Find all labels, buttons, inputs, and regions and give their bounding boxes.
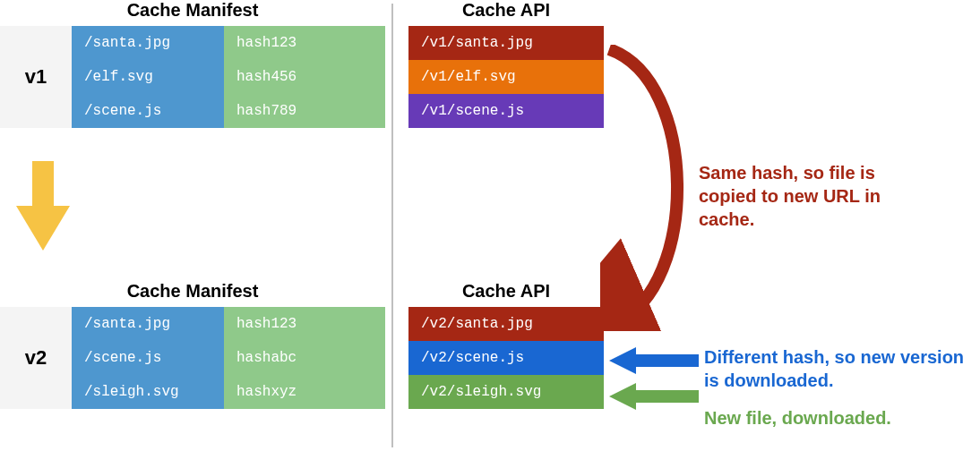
api-title-v1: Cache API [408, 0, 604, 21]
api-entry: /v2/sleigh.svg [408, 375, 604, 409]
api-entry: /v2/scene.js [408, 341, 604, 375]
manifest-title-v1: Cache Manifest [0, 0, 385, 21]
manifest-file: /elf.svg [72, 60, 224, 94]
manifest-hash: hash789 [224, 94, 385, 128]
annotation-same-hash: Same hash, so file is copied to new URL … [699, 161, 923, 231]
vertical-divider [391, 4, 393, 447]
cache-api-v1: Cache API /v1/santa.jpg /v1/elf.svg /v1/… [408, 0, 604, 128]
api-entry: /v1/scene.js [408, 94, 604, 128]
manifest-hash: hash456 [224, 60, 385, 94]
manifest-file: /scene.js [72, 94, 224, 128]
api-title-v2: Cache API [408, 281, 604, 302]
manifest-hash: hashabc [224, 341, 385, 375]
cache-manifest-v2: Cache Manifest v2 /santa.jpg /scene.js /… [0, 281, 385, 409]
manifest-file: /sleigh.svg [72, 375, 224, 409]
manifest-hash: hash123 [224, 307, 385, 341]
arrow-left-icon [609, 383, 699, 410]
manifest-file: /santa.jpg [72, 26, 224, 60]
curved-arrow-icon [600, 45, 708, 331]
cache-api-v2: Cache API /v2/santa.jpg /v2/scene.js /v2… [408, 281, 604, 409]
annotation-new-file: New file, downloaded. [704, 406, 973, 430]
manifest-title-v2: Cache Manifest [0, 281, 385, 302]
api-entry: /v1/elf.svg [408, 60, 604, 94]
manifest-hash: hash123 [224, 26, 385, 60]
version-label-v2: v2 [0, 307, 72, 409]
cache-manifest-v1: Cache Manifest v1 /santa.jpg /elf.svg /s… [0, 0, 385, 128]
annotation-diff-hash: Different hash, so new version is downlo… [704, 345, 973, 392]
manifest-hash: hashxyz [224, 375, 385, 409]
version-label-v1: v1 [0, 26, 72, 128]
api-entry: /v2/santa.jpg [408, 307, 604, 341]
api-entry: /v1/santa.jpg [408, 26, 604, 60]
manifest-file: /santa.jpg [72, 307, 224, 341]
manifest-file: /scene.js [72, 341, 224, 375]
arrow-left-icon [609, 347, 699, 374]
arrow-down-icon [16, 161, 70, 251]
